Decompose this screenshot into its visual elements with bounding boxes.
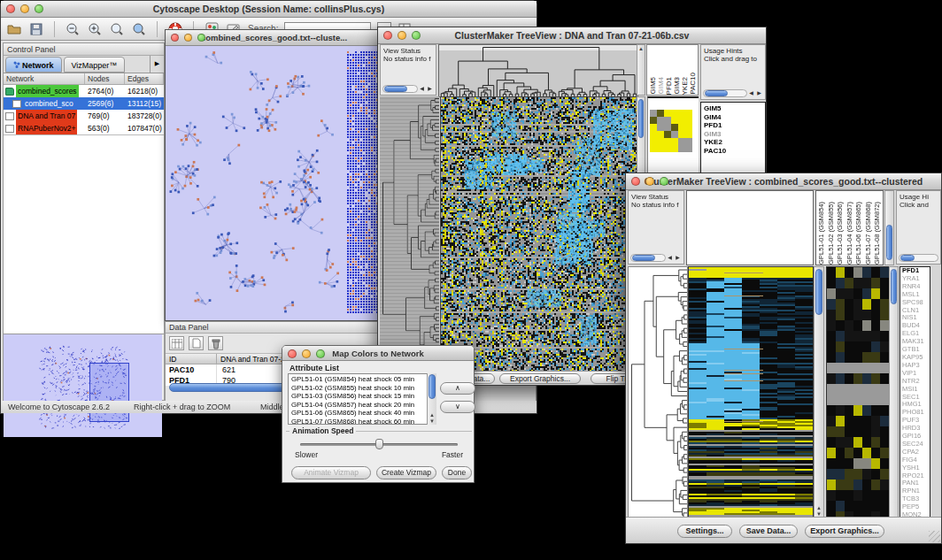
gene-label[interactable]: PFD1 (704, 121, 765, 130)
minimize-button[interactable] (398, 31, 406, 40)
slider-thumb[interactable] (375, 439, 383, 449)
dialog-titlebar[interactable]: Map Colors to Network (282, 346, 474, 361)
delete-attribute-icon[interactable] (208, 336, 223, 350)
treeview2-titlebar[interactable]: ClusterMaker TreeView : combined_scores_… (626, 173, 941, 190)
zoom-in-icon[interactable] (87, 21, 103, 37)
close-button[interactable] (288, 349, 297, 358)
export-graphics-button[interactable]: Export Graphics... (499, 373, 581, 384)
create-vizmap-button[interactable]: Create Vizmap (376, 466, 436, 479)
attribute-list-scrollbar[interactable]: ▲ ▼ (427, 373, 436, 425)
network-overview-canvas[interactable] (4, 334, 162, 437)
attribute-item[interactable]: GPL51-01 (GSM854) heat shock 05 min (291, 375, 436, 384)
column-label[interactable]: GPL51-03 (GSM856) (836, 202, 845, 265)
column-label[interactable]: GIM4 (657, 77, 665, 95)
attribute-item[interactable]: GPL51-04 (GSM857) heat shock 20 min (291, 401, 436, 410)
zoom-button[interactable] (660, 177, 668, 186)
column-label[interactable]: GPL51-08 (GSM872) (873, 202, 883, 265)
network-table-row[interactable]: combined_sco 2569(6) 13112(15) (4, 97, 164, 110)
move-down-button[interactable]: ∨ (440, 401, 475, 413)
tab-overflow-button[interactable]: ▶ (150, 56, 164, 73)
network-table-row[interactable]: combined_scores 2764(0) 16218(0) (4, 85, 164, 97)
treeview2-heatmap-scrollbar[interactable]: ▲ ▼ (814, 266, 824, 518)
treeview2-selection-heatmap[interactable] (826, 266, 890, 520)
scroll-left-icon[interactable]: ◀ (666, 254, 674, 262)
tab-vizmapper[interactable]: VizMapper™ (64, 57, 126, 73)
column-label[interactable]: GPL51-02 (GSM855) (827, 202, 837, 265)
usage-hints-scrollbar[interactable] (899, 253, 938, 262)
settings-button[interactable]: Settings... (677, 525, 732, 538)
attribute-item[interactable]: GPL51-06 (GSM865) heat shock 40 min (291, 409, 436, 418)
treeview2-heatmap[interactable] (688, 266, 814, 520)
save-data-button[interactable]: Save Data... (739, 525, 798, 538)
close-button[interactable] (171, 34, 179, 42)
treeview1-similarity-matrix[interactable] (650, 110, 692, 154)
treeview1-top-scroll-strip[interactable]: ▲ (637, 44, 645, 96)
scroll-right-icon[interactable]: ▶ (674, 254, 682, 262)
minimize-button[interactable] (184, 34, 192, 42)
scroll-right-icon[interactable]: ▶ (755, 89, 763, 97)
animate-vizmap-button[interactable]: Animate Vizmap (291, 466, 371, 479)
save-icon[interactable] (28, 21, 44, 37)
treeview2-row-dendrogram[interactable] (628, 266, 688, 520)
treeview1-heatmap[interactable] (440, 96, 637, 373)
network-view-canvas[interactable] (166, 46, 382, 320)
column-label[interactable]: GIM3 (673, 77, 681, 95)
zoom-out-icon[interactable] (65, 21, 81, 37)
column-label[interactable]: PAC10 (689, 73, 697, 95)
move-up-button[interactable]: ∧ (440, 382, 475, 395)
scroll-left-icon[interactable]: ◀ (747, 89, 755, 97)
close-button[interactable] (631, 177, 640, 186)
new-attribute-icon[interactable] (189, 336, 204, 350)
close-button[interactable] (6, 4, 15, 13)
gene-label[interactable]: GIM5 (704, 104, 765, 113)
zoom-button[interactable] (197, 34, 205, 42)
done-button[interactable]: Done (442, 466, 472, 479)
column-label[interactable]: GPL51-07 (GSM868) (864, 202, 874, 265)
zoom-button[interactable] (412, 31, 421, 40)
column-label[interactable]: GPL51-04 (GSM857) (845, 202, 855, 265)
network-table-row[interactable]: RNAPuberNov2+ 563(0) 107847(0) (4, 122, 164, 134)
close-button[interactable] (383, 31, 392, 40)
main-titlebar[interactable]: Cytoscape Desktop (Session Name: collins… (1, 1, 537, 18)
zoom-fit-icon[interactable] (109, 21, 125, 37)
attribute-select-icon[interactable] (169, 336, 184, 350)
treeview2-selection-scrollbar[interactable] (889, 266, 899, 518)
tab-network[interactable]: Network (5, 57, 62, 73)
attribute-item[interactable]: GPL51-02 (GSM855) heat shock 10 min (291, 384, 436, 393)
network-frame-titlebar[interactable]: combined_scores_good.txt--cluste... (166, 30, 382, 46)
zoom-button[interactable] (316, 349, 325, 358)
column-label[interactable]: GIM5 (649, 77, 657, 95)
treeview2-column-dendrogram-area[interactable] (686, 190, 814, 265)
gene-label[interactable]: GIM3 (704, 130, 765, 139)
minimize-button[interactable] (645, 177, 654, 186)
gene-label[interactable]: GIM4 (704, 113, 765, 122)
minimize-button[interactable] (302, 349, 311, 358)
gene-label[interactable]: YKE2 (704, 138, 765, 147)
view-status-scrollbar[interactable]: ◀ ▶ (630, 253, 682, 262)
column-label[interactable]: GPL51-06 (GSM865) (854, 202, 864, 265)
network-table-header[interactable]: Network Nodes Edges (4, 73, 164, 85)
scroll-right-icon[interactable]: ▶ (426, 85, 434, 93)
network-table-row[interactable]: DNA and Tran 07 769(0) 183728(0) (4, 110, 164, 122)
column-label[interactable]: PFD1 (665, 77, 673, 95)
zoom-selected-icon[interactable] (131, 21, 147, 37)
gene-label[interactable]: PAC10 (704, 147, 765, 156)
treeview2-labels-scrollbar[interactable] (884, 190, 894, 265)
attribute-item[interactable]: GPL51-07 (GSM868) heat shock 60 min (291, 418, 436, 425)
minimize-button[interactable] (20, 4, 29, 13)
animation-speed-slider[interactable] (300, 443, 458, 446)
open-file-icon[interactable] (6, 21, 22, 37)
treeview1-row-dendrogram[interactable] (380, 96, 439, 372)
attribute-list[interactable]: GPL51-01 (GSM854) heat shock 05 minGPL51… (288, 373, 436, 425)
view-status-scrollbar[interactable]: ◀ ▶ (382, 84, 434, 93)
treeview1-column-dendrogram[interactable] (438, 44, 638, 97)
column-label[interactable]: GPL51-01 (GSM854) (817, 202, 827, 265)
scroll-left-icon[interactable]: ◀ (418, 85, 426, 93)
zoom-button[interactable] (35, 4, 43, 13)
attribute-item[interactable]: GPL51-03 (GSM856) heat shock 15 min (291, 392, 436, 401)
export-graphics-button[interactable]: Export Graphics... (805, 525, 884, 538)
usage-hints-scrollbar[interactable]: ◀ ▶ (703, 88, 763, 97)
resize-grip[interactable] (929, 531, 940, 542)
network-overview-panel[interactable] (4, 334, 164, 437)
treeview1-titlebar[interactable]: ClusterMaker TreeView : DNA and Tran 07-… (378, 27, 766, 44)
